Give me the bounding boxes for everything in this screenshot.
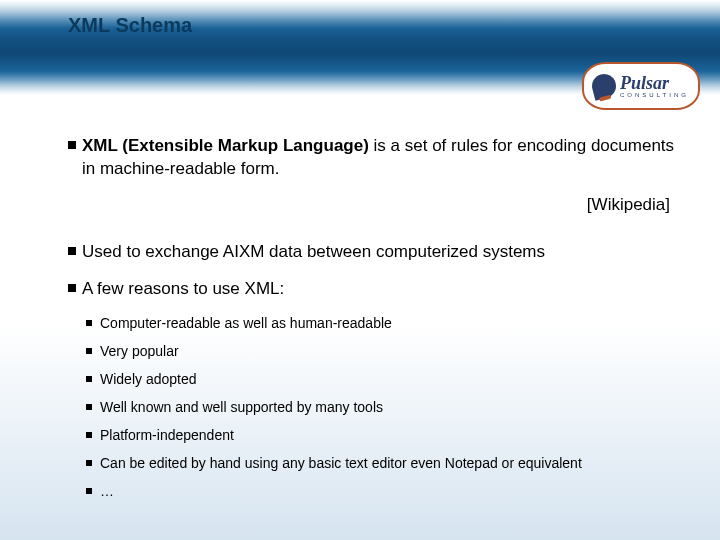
bullet-icon — [86, 460, 92, 466]
reason-item: Can be edited by hand using any basic te… — [86, 455, 680, 471]
reason-text: Widely adopted — [100, 371, 197, 387]
reason-item: Computer-readable as well as human-reada… — [86, 315, 680, 331]
bullet-icon — [86, 376, 92, 382]
citation: [Wikipedia] — [68, 195, 670, 215]
reason-item: Platform-independent — [86, 427, 680, 443]
reason-text: Computer-readable as well as human-reada… — [100, 315, 392, 331]
bullet-icon — [86, 404, 92, 410]
reason-text: Well known and well supported by many to… — [100, 399, 383, 415]
intro-bold: XML (Extensible Markup Language) — [82, 136, 369, 155]
reasons-heading-text: A few reasons to use XML: — [82, 278, 284, 301]
intro-bullet: XML (Extensible Markup Language) is a se… — [68, 135, 680, 181]
logo: Pulsar CONSULTING — [582, 62, 700, 110]
reason-item: Widely adopted — [86, 371, 680, 387]
bullet-icon — [68, 284, 76, 292]
reason-item: Well known and well supported by many to… — [86, 399, 680, 415]
reason-item: … — [86, 483, 680, 499]
logo-name: Pulsar — [620, 74, 689, 92]
bullet-icon — [86, 320, 92, 326]
bullet-icon — [86, 488, 92, 494]
slide-title: XML Schema — [68, 14, 192, 37]
reasons-heading: A few reasons to use XML: — [68, 278, 680, 301]
exchange-text: Used to exchange AIXM data between compu… — [82, 241, 545, 264]
reason-text: Can be edited by hand using any basic te… — [100, 455, 582, 471]
reason-text: Platform-independent — [100, 427, 234, 443]
logo-mark-icon — [589, 71, 618, 100]
reason-text: Very popular — [100, 343, 179, 359]
logo-subtitle: CONSULTING — [620, 92, 689, 98]
reason-item: Very popular — [86, 343, 680, 359]
bullet-icon — [68, 141, 76, 149]
bullet-icon — [68, 247, 76, 255]
exchange-bullet: Used to exchange AIXM data between compu… — [68, 241, 680, 264]
slide-content: XML (Extensible Markup Language) is a se… — [68, 135, 680, 511]
bullet-icon — [86, 432, 92, 438]
bullet-icon — [86, 348, 92, 354]
reason-text: … — [100, 483, 114, 499]
